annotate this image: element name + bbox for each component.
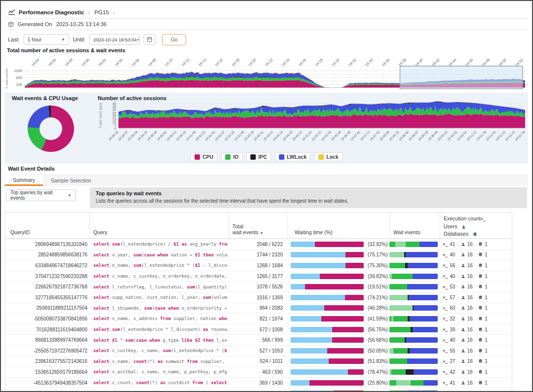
databases-value: 1 xyxy=(485,327,488,332)
svg-text:18:58: 18:58 xyxy=(64,58,74,68)
column-separator xyxy=(440,213,440,238)
waiting-time-cell: (50.05%) xyxy=(291,346,388,356)
wait-events-bar-segment xyxy=(389,263,405,268)
query-filter-dropdown[interactable]: Top queries by wait events ▼ xyxy=(6,189,76,201)
separator-dot: · xyxy=(457,316,458,321)
total-sessions-wait-events-chart[interactable]: 18:5418:5618:5819:0019:0219:0419:0619:08… xyxy=(3,53,530,91)
table-row[interactable]: -6633648885927191552select l_orderkey, s… xyxy=(5,388,512,392)
table-row[interactable]: 2806948967135331840select sum(l_extended… xyxy=(5,239,512,249)
legend-chip-lwlock[interactable]: LWLock xyxy=(275,152,310,161)
svg-text:19:47:22: 19:47:22 xyxy=(359,130,371,141)
svg-text:40: 40 xyxy=(113,102,116,106)
wait-events-bar-segment xyxy=(408,263,438,268)
query-sql-cell: select l_returnflag, l_linestatus, sum(l… xyxy=(93,282,228,292)
user-icon xyxy=(461,306,465,310)
time-selection-region[interactable] xyxy=(400,66,523,89)
queryid-cell: 2806948967135331840 xyxy=(5,239,87,249)
go-button[interactable]: Go xyxy=(162,34,186,45)
waiting-pct-label: (74.21%) xyxy=(368,295,388,300)
waiting-bar-segment xyxy=(291,369,348,375)
user-icon xyxy=(461,252,465,257)
col-header-query[interactable]: Query xyxy=(93,229,108,235)
svg-text:19:02: 19:02 xyxy=(97,58,107,68)
databases-value: 1 xyxy=(485,337,488,343)
wait-events-cell xyxy=(389,324,438,335)
table-row[interactable]: -5050080733870841856select s_name, s_add… xyxy=(5,313,512,324)
last-select[interactable]: 1 hour ▼ xyxy=(24,34,69,45)
active-sessions-chart[interactable]: 19:38:1619:38:3719:38:5819:39:1919:39:40… xyxy=(97,100,532,160)
table-row[interactable]: 1536512659179185664select s_acctbal, s_n… xyxy=(5,366,512,377)
execution-cell: >_41·16·1 xyxy=(443,239,488,249)
waiting-bar-segment xyxy=(291,263,345,268)
wait-events-bar-segment xyxy=(406,242,419,247)
separator-dot: · xyxy=(475,348,476,354)
table-row[interactable]: -2550571972276905472select c_custkey, c_… xyxy=(5,345,512,356)
waiting-pct-label: (25.80%) xyxy=(368,380,388,386)
breadcrumb: Performance Diagnostic › PG15 › xyxy=(5,6,528,19)
svg-text:19:45:16: 19:45:16 xyxy=(301,130,312,141)
execution-cell: >_27·16·1 xyxy=(443,356,488,367)
table-row[interactable]: 2266267921872736768select l_returnflag, … xyxy=(5,281,512,292)
users-value: 16 xyxy=(467,242,473,247)
table-row[interactable]: 2396163775572143616select s_name, count(… xyxy=(5,356,512,367)
wait-events-cell xyxy=(389,292,438,303)
table-row[interactable]: 285248859856638176select o_year, sum(cas… xyxy=(5,249,512,260)
col-header-waiting-time[interactable]: Waiting time (%) xyxy=(295,229,333,235)
tab-summary[interactable]: Summary xyxy=(5,175,43,186)
databases-value: 1 xyxy=(485,284,488,289)
svg-text:19:49:28: 19:49:28 xyxy=(418,130,429,141)
separator-dot: · xyxy=(475,327,476,332)
svg-text:19:44:55: 19:44:55 xyxy=(292,130,303,141)
wait-events-bar-segment xyxy=(389,337,405,343)
wait-events-bar-segment xyxy=(407,358,438,364)
legend-chip-ipc[interactable]: IPC xyxy=(246,152,271,161)
svg-text:19:26: 19:26 xyxy=(298,58,307,68)
wait-events-bar-segment xyxy=(393,316,408,321)
table-row[interactable]: 7016288111619404800select sum(l_extended… xyxy=(5,324,512,335)
query-sql-cell: select supp_nation, cust_nation, l_year,… xyxy=(93,292,228,303)
tab-sample-selection[interactable]: Sample Selection xyxy=(43,175,99,186)
users-value: 16 xyxy=(467,316,473,321)
legend-chip-io[interactable]: IO xyxy=(221,152,242,161)
col-header-wait-events[interactable]: Wait events xyxy=(393,229,420,235)
legend-swatch xyxy=(250,154,256,160)
table-row[interactable]: 3277185455355147776select supp_nation, c… xyxy=(5,292,512,303)
until-input[interactable]: 2023-10-24 19:53:04+0 xyxy=(89,34,140,45)
table-row[interactable]: -4513637949438357504select c_count, coun… xyxy=(5,377,512,388)
waiting-pct-label: (39.82%) xyxy=(368,274,388,279)
terminal-icon: >_ xyxy=(443,359,448,364)
svg-text:19:43:52: 19:43:52 xyxy=(263,130,274,141)
users-value: 16 xyxy=(467,274,473,279)
total-line1: Total xyxy=(232,223,263,229)
wait-events-bar-segment xyxy=(419,242,438,247)
wait-events-bar-segment xyxy=(414,369,438,375)
database-icon xyxy=(478,242,483,247)
table-row[interactable]: 6334849674718646272select n_name, sum(l_… xyxy=(5,260,512,271)
col-header-total-wait-events[interactable]: Totalwait events▼ xyxy=(232,223,263,235)
waiting-time-bar xyxy=(291,369,364,375)
svg-text:19:41:46: 19:41:46 xyxy=(204,130,216,141)
legend-chip-cpu[interactable]: CPU xyxy=(190,152,217,161)
waiting-time-bar xyxy=(291,252,364,257)
total-wait-events-cell: 1078 / 5526 xyxy=(228,282,283,292)
svg-text:1000: 1000 xyxy=(14,69,22,73)
legend-chip-lock[interactable]: Lock xyxy=(314,152,343,161)
col-header-execution[interactable]: Execution count>_Users Databases xyxy=(444,215,486,238)
execution-cell: >_53·16·1 xyxy=(443,282,488,292)
datepicker-button[interactable] xyxy=(144,34,155,45)
table-row[interactable]: 3704712327590220288select c_name, c_cust… xyxy=(5,271,512,282)
svg-text:19:44:34: 19:44:34 xyxy=(282,130,293,141)
col-header-queryid[interactable]: QueryID xyxy=(10,229,30,235)
wait-events-bar xyxy=(389,284,438,289)
waiting-time-bar xyxy=(291,242,364,247)
wait-events-bar xyxy=(389,242,438,247)
database-icon xyxy=(478,252,483,257)
table-row[interactable]: 2506911889211157504select l_shipmode, su… xyxy=(5,303,512,314)
table-row[interactable]: 8668133989974769664select $1 * sum(case … xyxy=(5,334,512,345)
breadcrumb-server[interactable]: PG15 xyxy=(94,9,109,15)
svg-text:600: 600 xyxy=(16,75,22,80)
terminal-icon: >_ xyxy=(443,242,448,247)
separator-dot: · xyxy=(475,274,476,279)
waiting-time-bar xyxy=(291,327,364,332)
svg-text:19:40:01: 19:40:01 xyxy=(156,130,167,141)
